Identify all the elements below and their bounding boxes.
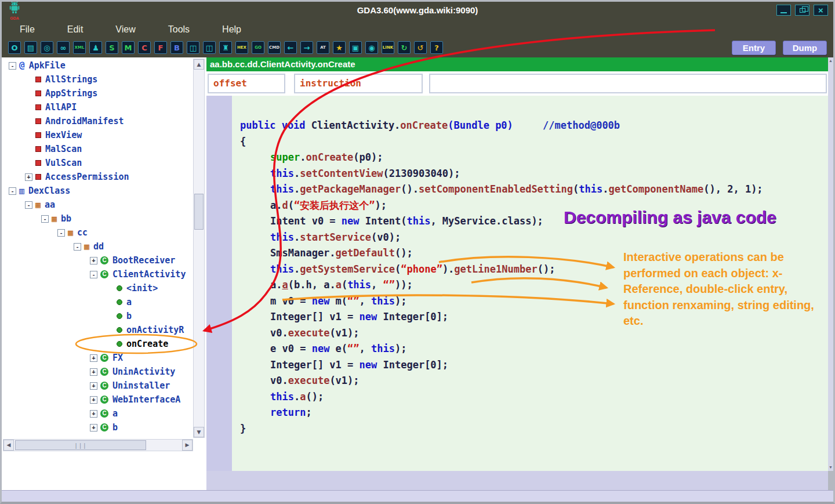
restore-button[interactable]: [795, 5, 809, 16]
expand-icon[interactable]: +: [90, 410, 97, 418]
tree-item-accesspermission[interactable]: +AccessPermission: [2, 170, 193, 184]
collapse-icon[interactable]: -: [25, 201, 32, 209]
tree-item-aa[interactable]: -▦aa: [2, 198, 193, 212]
tower-icon[interactable]: ♜: [219, 41, 232, 54]
save-icon[interactable]: ▤: [24, 41, 37, 54]
open-icon[interactable]: O: [8, 41, 21, 54]
tree-item-dexclass[interactable]: -▥DexClass: [2, 184, 193, 198]
tree-item-bb[interactable]: -▦bb: [2, 212, 193, 226]
tree-item-onactivityr[interactable]: onActivityR: [2, 323, 193, 337]
code-line[interactable]: super.onCreate(p0);: [232, 150, 828, 166]
scroll-down-button[interactable]: ▼: [194, 427, 204, 437]
collapse-icon[interactable]: -: [9, 187, 16, 195]
undo-icon[interactable]: ↺: [414, 41, 427, 54]
resource-icon[interactable]: ◫: [203, 41, 216, 54]
binoculars-icon[interactable]: ∞: [57, 41, 70, 54]
tree-item-fx[interactable]: +CFX: [2, 351, 193, 365]
tree-item-dd[interactable]: -▦dd: [2, 240, 193, 253]
class-icon[interactable]: C: [138, 41, 151, 54]
method-icon[interactable]: M: [122, 41, 135, 54]
tree-item-apkfile[interactable]: -@ApkFile: [2, 59, 193, 72]
expand-icon[interactable]: +: [90, 424, 97, 432]
code-line[interactable]: v0.execute(v1);: [232, 373, 828, 389]
hex-icon[interactable]: HEX: [235, 41, 248, 54]
link-icon[interactable]: LINK: [382, 41, 394, 54]
refresh-icon[interactable]: ↻: [398, 41, 411, 54]
scroll-right-button[interactable]: ▶: [182, 440, 193, 451]
bird-icon[interactable]: ★: [333, 41, 346, 54]
code-line[interactable]: this.a();: [232, 389, 828, 405]
forward-arrow-icon[interactable]: →: [300, 41, 313, 54]
back-arrow-icon[interactable]: ←: [284, 41, 297, 54]
main-scroll-up-button[interactable]: ▲: [828, 57, 833, 64]
xml-icon[interactable]: XML: [73, 41, 86, 54]
tree-item-hexview[interactable]: HexView: [2, 128, 193, 142]
expand-icon[interactable]: +: [25, 173, 32, 181]
apk-icon[interactable]: ♟: [89, 41, 102, 54]
menu-file[interactable]: File: [20, 24, 35, 35]
code-line[interactable]: this.setContentView(2130903040);: [232, 166, 828, 182]
scroll-left-button[interactable]: ◀: [3, 440, 14, 451]
field-icon[interactable]: F: [154, 41, 167, 54]
close-button[interactable]: ×: [814, 5, 828, 16]
code-line[interactable]: Integer[] v1 = new Integer[0];: [232, 357, 828, 374]
menu-tools[interactable]: Tools: [168, 24, 190, 35]
code-line[interactable]: this.startService(v0);: [232, 230, 828, 246]
tree-item-b[interactable]: b: [2, 309, 193, 323]
code-line[interactable]: {: [232, 134, 828, 150]
tree-item-init[interactable]: <init>: [2, 281, 193, 295]
menu-help[interactable]: Help: [222, 24, 241, 35]
expand-icon[interactable]: +: [90, 396, 97, 404]
code-line[interactable]: return;: [232, 405, 828, 421]
tree-item-a[interactable]: a: [2, 295, 193, 309]
tree-item-bootreceiver[interactable]: +CBootReceiver: [2, 253, 193, 267]
search-icon[interactable]: ◎: [41, 41, 53, 54]
strings-icon[interactable]: S: [106, 41, 118, 54]
entry-button[interactable]: Entry: [732, 41, 776, 55]
monitor-icon[interactable]: ▣: [349, 41, 362, 54]
tree-item-clientactivity[interactable]: -CClientActivity: [2, 267, 193, 281]
tree-item-b[interactable]: +Cb: [2, 420, 193, 434]
menu-edit[interactable]: Edit: [67, 24, 84, 35]
tree-item-appstrings[interactable]: AppStrings: [2, 86, 193, 100]
collapse-icon[interactable]: -: [41, 215, 49, 223]
scroll-up-button[interactable]: ▲: [194, 59, 204, 70]
tree-item-uninstaller[interactable]: +CUninstaller: [2, 379, 193, 393]
code-line[interactable]: e v0 = new e(“”, this);: [232, 341, 828, 357]
tree-vertical-scrollbar[interactable]: ▲ ▼: [193, 59, 205, 438]
vertical-scroll-thumb[interactable]: [194, 194, 204, 230]
go-icon[interactable]: GO: [252, 41, 264, 54]
expand-icon[interactable]: +: [90, 382, 97, 390]
collapse-icon[interactable]: -: [9, 62, 16, 70]
tree-item-allapi[interactable]: AllAPI: [2, 100, 193, 114]
collapse-icon[interactable]: -: [74, 243, 81, 251]
minimize-button[interactable]: [776, 5, 791, 16]
expand-icon[interactable]: +: [90, 354, 97, 362]
tree-item-androidmanifest[interactable]: AndroidManifest: [2, 114, 193, 128]
expand-icon[interactable]: +: [90, 257, 97, 264]
bytecode-icon[interactable]: B: [170, 41, 183, 54]
at-icon[interactable]: AT: [317, 41, 329, 54]
help-icon[interactable]: ?: [430, 41, 443, 54]
horizontal-scroll-thumb[interactable]: | | |: [15, 440, 146, 450]
code-line[interactable]: }: [232, 421, 828, 437]
tree-item-cc[interactable]: -▦cc: [2, 226, 193, 240]
tree-horizontal-scrollbar[interactable]: ◀ | | | ▶: [3, 439, 193, 451]
collapse-icon[interactable]: -: [57, 229, 65, 237]
tree-item-uninactivity[interactable]: +CUninActivity: [2, 365, 193, 379]
tree-item-allstrings[interactable]: AllStrings: [2, 72, 193, 86]
camera-icon[interactable]: ◉: [365, 41, 378, 54]
xref-link[interactable]: a: [282, 279, 288, 291]
code-line[interactable]: this.getPackageManager().setComponentEna…: [232, 182, 828, 198]
tree-item-webinterfacea[interactable]: +CWebInterfaceA: [2, 393, 193, 407]
collapse-icon[interactable]: -: [90, 271, 97, 278]
dump-button[interactable]: Dump: [783, 41, 827, 55]
tree-item-vulscan[interactable]: VulScan: [2, 156, 193, 170]
menu-view[interactable]: View: [115, 24, 135, 35]
code-line[interactable]: public void ClientActivity.onCreate(Bund…: [232, 118, 828, 134]
cmd-icon[interactable]: CMD: [268, 41, 281, 54]
expand-icon[interactable]: +: [90, 368, 97, 376]
tree-item-malscan[interactable]: MalScan: [2, 142, 193, 156]
manifest-icon[interactable]: ◫: [187, 41, 199, 54]
tree-item-a[interactable]: +Ca: [2, 407, 193, 420]
